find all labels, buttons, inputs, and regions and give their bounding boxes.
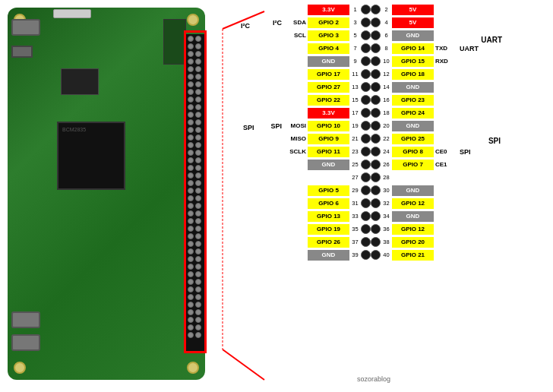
pin-row-12: SCLKGPIO 112324GPIO 8CE0SPI: [262, 146, 479, 157]
pin-row-3: SCLGPIO 356GND: [262, 30, 479, 41]
pin-row-17: GPIO 133334GND: [262, 210, 479, 222]
small-chip: [61, 68, 99, 95]
right-gpio-cell-8: GPIO 23: [392, 95, 434, 106]
corner-hole-tr: [187, 14, 199, 26]
left-gpio-cell-9: 3.3V: [308, 108, 349, 119]
usb-port: [11, 19, 40, 36]
pin-dot-left-15: [361, 185, 371, 195]
pin-row-18: GPIO 193536GPIO 12: [262, 223, 479, 235]
pin-num-left-3: 5: [349, 32, 361, 39]
uart-right-label: UART: [481, 36, 502, 44]
pin-dot-right-8: [371, 95, 381, 105]
pin-dot-right-9: [371, 108, 381, 118]
right-gpio-cell-13: GPIO 7: [392, 160, 434, 170]
pi-board: BCM2835 for(let i=0; i<40; i++) { docume…: [8, 8, 205, 380]
pin-num-left-6: 11: [349, 71, 361, 77]
pin-dot-left-16: [361, 198, 371, 208]
watermark: sozorablog: [357, 375, 390, 383]
pin-dot-left-19: [361, 237, 371, 247]
pin-dot-left-11: [361, 134, 371, 144]
pin-dot-right-1: [371, 5, 381, 14]
pin-dot-left-2: [361, 17, 371, 27]
pin-num-right-7: 14: [381, 84, 392, 90]
pin-num-right-13: 26: [381, 161, 392, 168]
pin-row-13: GND2526GPIO 7CE1: [262, 159, 479, 170]
left-anno-11: MISO: [283, 135, 308, 142]
left-gpio-cell-3: GPIO 3: [308, 30, 349, 41]
pin-diagram: I²C SPI UART SPI 3.3V125VI²CSDAGPIO 2345…: [262, 4, 479, 262]
pin-dot-left-7: [361, 82, 371, 92]
pin-num-right-4: 8: [381, 45, 392, 52]
pin-dot-left-9: [361, 108, 371, 118]
left-gpio-cell-10: GPIO 10: [308, 121, 349, 131]
right-gpio-cell-11: GPIO 25: [392, 134, 434, 144]
pin-dot-right-3: [371, 30, 381, 40]
spi-left-label: SPI: [243, 124, 254, 131]
svg-line-1: [223, 349, 264, 380]
right-anno-13: CE1: [434, 161, 458, 168]
pin-num-left-7: 13: [349, 84, 361, 90]
pin-num-right-1: 2: [381, 6, 392, 13]
pin-dot-left-18: [361, 224, 371, 234]
corner-hole-bl: [14, 362, 26, 374]
pin-num-right-14: 28: [381, 174, 392, 181]
right-gpio-cell-14: [392, 172, 434, 183]
pin-row-19: GPIO 263738GPIO 20: [262, 236, 479, 248]
right-gpio-cell-17: GND: [392, 211, 434, 222]
pin-dot-left-6: [361, 69, 371, 79]
pin-rows: 3.3V125VI²CSDAGPIO 2345VSCLGPIO 356GNDGP…: [262, 4, 479, 261]
left-gpio-cell-2: GPIO 2: [308, 17, 349, 28]
pin-num-right-3: 6: [381, 32, 392, 39]
pin-row-9: 3.3V1718GPIO 24: [262, 107, 479, 119]
pin-row-16: GPIO 63132GPIO 12: [262, 198, 479, 209]
pin-num-right-9: 18: [381, 109, 392, 116]
pin-num-right-2: 4: [381, 19, 392, 26]
right-gpio-cell-7: GND: [392, 82, 434, 93]
right-anno-12: CE0: [434, 148, 458, 155]
pin-num-right-17: 34: [381, 213, 392, 220]
pin-dot-right-12: [371, 147, 381, 156]
pin-dot-right-18: [371, 224, 381, 234]
pin-num-right-11: 22: [381, 135, 392, 142]
left-gpio-cell-1: 3.3V: [308, 5, 349, 15]
left-anno-12: SCLK: [283, 148, 308, 155]
left-gpio-cell-20: GND: [308, 250, 349, 261]
right-gpio-cell-10: GND: [392, 121, 434, 131]
pin-num-left-12: 23: [349, 148, 361, 155]
pin-dot-right-20: [371, 250, 381, 260]
hdmi-port: [11, 46, 33, 58]
main-container: BCM2835 for(let i=0; i<40; i++) { docume…: [0, 0, 553, 392]
pin-dot-left-14: [361, 172, 371, 182]
pin-row-7: GPIO 271314GND: [262, 81, 479, 93]
pin-dot-right-13: [371, 160, 381, 169]
pin-num-left-18: 35: [349, 226, 361, 232]
left-gpio-cell-8: GPIO 22: [308, 95, 349, 106]
pin-num-right-6: 12: [381, 71, 392, 77]
left-gpio-cell-14: [308, 172, 349, 183]
right-gpio-cell-3: GND: [392, 30, 434, 41]
pin-num-right-19: 38: [381, 239, 392, 245]
right-gpio-cell-1: 5V: [392, 5, 434, 15]
left-gpio-cell-13: GND: [308, 160, 349, 170]
pin-dot-right-2: [371, 17, 381, 27]
pin-dot-right-17: [371, 211, 381, 221]
antenna-area: [163, 19, 186, 65]
pin-row-14: 2728: [262, 172, 479, 183]
left-gpio-cell-11: GPIO 9: [308, 134, 349, 144]
left-gpio-cell-4: GPIO 4: [308, 43, 349, 54]
right-gpio-cell-12: GPIO 8: [392, 147, 434, 157]
right-gpio-cell-5: GPIO 15: [392, 56, 434, 67]
pin-dot-right-5: [371, 56, 381, 66]
left-anno-10: MOSI: [283, 122, 308, 129]
pin-num-left-8: 15: [349, 96, 361, 103]
left-anno-2: SDA: [283, 19, 308, 26]
pin-num-right-15: 30: [381, 187, 392, 194]
right-gpio-cell-2: 5V: [392, 17, 434, 28]
right-section-label-12: SPI: [458, 148, 479, 156]
pin-num-left-11: 21: [349, 135, 361, 142]
pin-row-2: I²CSDAGPIO 2345V: [262, 17, 479, 28]
pin-num-left-4: 7: [349, 45, 361, 52]
pi-board-wrapper: BCM2835 for(let i=0; i<40; i++) { docume…: [4, 4, 205, 384]
pin-num-right-8: 16: [381, 96, 392, 103]
left-gpio-cell-6: GPIO 17: [308, 69, 349, 80]
